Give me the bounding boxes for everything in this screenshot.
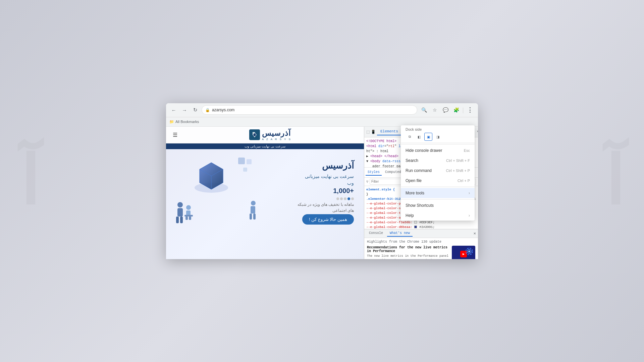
devtools-device-btn[interactable]: 📱 xyxy=(371,128,376,136)
bottom-tabs: Console What's new ✕ xyxy=(364,229,478,238)
more-tools-label: More tools xyxy=(406,191,424,195)
svg-rect-14 xyxy=(238,158,245,164)
dock-separate-btn[interactable]: ⧉ xyxy=(406,133,414,141)
svg-rect-6 xyxy=(251,206,255,214)
tagline-text: سرعت بی نهایت میزبانی وب xyxy=(245,144,285,148)
svg-rect-2 xyxy=(177,208,183,217)
style-tab-computed[interactable]: Computed xyxy=(383,169,403,176)
floating-cubes xyxy=(236,156,257,177)
three-dots-button[interactable]: ⋮ xyxy=(465,105,475,115)
svg-rect-11 xyxy=(184,215,193,217)
open-file-label: Open file xyxy=(406,178,422,183)
desktop: آ آ ← → ↻ 🔒 azarsys.com 🔍 ☆ 💬 🧩 | ⋮ xyxy=(0,0,644,362)
url-text: azarsys.com xyxy=(212,108,234,112)
logo-icon xyxy=(249,129,260,140)
search-label: Search xyxy=(406,158,418,163)
search-shortcut: Ctrl + Shift + F xyxy=(446,159,470,163)
help-arrow: › xyxy=(469,213,470,218)
color-swatch-5 xyxy=(414,221,417,224)
menu-help[interactable]: Help › xyxy=(401,210,475,221)
devtools-tab-elements[interactable]: Elements xyxy=(377,128,401,135)
dock-right-btn[interactable]: ◨ xyxy=(434,133,442,141)
highlights-title: Highlights from the Chrome 130 update xyxy=(367,240,475,244)
watermark-left: آ xyxy=(20,142,39,220)
svg-point-5 xyxy=(251,201,256,205)
open-file-shortcut: Ctrl + P xyxy=(458,179,470,183)
dot-indicator xyxy=(336,197,339,200)
svg-rect-3 xyxy=(176,217,179,223)
svg-rect-13 xyxy=(189,217,191,220)
news-thumbnail: ▶ xyxy=(452,246,475,259)
hero-count: +1,000 xyxy=(260,187,354,195)
devtools-bottom-panel: Console What's new ✕ Highlights from the… xyxy=(364,229,478,259)
zoom-icon-btn[interactable]: 🔍 xyxy=(419,105,429,115)
filter-icon: ▽ xyxy=(366,180,368,184)
hero-text: آذرسیس سرعت بی نهایت میزبانی وب +1,000 م… xyxy=(260,161,357,225)
svg-rect-8 xyxy=(253,214,256,220)
run-command-label: Run command xyxy=(406,168,432,173)
dock-side-section: Dock side ⧉ ◧ ▣ ◨ xyxy=(401,125,475,143)
svg-rect-7 xyxy=(250,214,252,220)
menu-run-command[interactable]: Run command Ctrl + Shift + P xyxy=(401,166,475,176)
extensions-icon-btn[interactable]: 🧩 xyxy=(451,105,461,115)
security-icon: 🔒 xyxy=(205,108,210,112)
news-heading: Recommendations for the new live metrics… xyxy=(367,246,449,253)
menu-hide-console[interactable]: Hide console drawer Esc xyxy=(401,145,475,156)
dock-bottom-btn[interactable]: ▣ xyxy=(424,133,432,141)
hero-title: آذرسیس xyxy=(260,161,354,171)
logo-sub: A Z A R S Y S xyxy=(262,138,291,141)
address-bar[interactable]: 🔒 azarsys.com xyxy=(202,105,417,115)
dot-indicator xyxy=(351,197,354,200)
svg-rect-16 xyxy=(243,168,247,172)
forward-button[interactable]: → xyxy=(180,106,189,114)
devtools-inspect-btn[interactable]: ⬚ xyxy=(366,128,370,136)
menu-more-tools[interactable]: More tools › xyxy=(401,188,475,198)
site-nav: ☰ آذرسیس xyxy=(166,127,364,143)
bookmarks-folder-icon: 📁 xyxy=(169,120,174,124)
menu-search[interactable]: Search Ctrl + Shift + F xyxy=(401,156,475,166)
hamburger-icon[interactable]: ☰ xyxy=(173,132,177,138)
dock-left-btn[interactable]: ◧ xyxy=(415,133,423,141)
star-icon-btn[interactable]: ☆ xyxy=(430,105,439,115)
figure-sitting xyxy=(183,205,195,221)
color-swatch-6 xyxy=(414,226,417,228)
css-prop-6: --e-global-color-d8beaa: #2A3991; xyxy=(366,225,476,229)
dot-indicator xyxy=(344,197,346,200)
hero-tagline1: ماهانه با تخفیف های ویژه در شبکه xyxy=(260,202,354,207)
website-area: ☰ آذرسیس xyxy=(166,127,364,259)
figure-right-group xyxy=(247,200,260,223)
dot-indicator xyxy=(340,197,343,200)
menu-open-file[interactable]: Open file Ctrl + P xyxy=(401,176,475,186)
menu-show-shortcuts[interactable]: Show Shortcuts xyxy=(401,200,475,210)
css-prop-5: --e-global-color-f3a56b: #EEF3EF; xyxy=(366,220,476,225)
bottom-close-btn[interactable]: ✕ xyxy=(474,231,476,236)
help-label: Help xyxy=(406,213,414,218)
hero-cta-button[interactable]: همین حالا شروع کن ! xyxy=(302,214,354,225)
site-logo: آذرسیس A Z A R S Y S xyxy=(247,129,291,141)
hero-tagline2: های اجتماعی xyxy=(260,208,354,213)
site-hero: آذرسیس سرعت بی نهایت میزبانی وب +1,000 م… xyxy=(166,149,364,236)
hero-subtitle1: سرعت بی نهایت میزبانی xyxy=(260,174,354,179)
svg-point-1 xyxy=(177,202,183,207)
tagline-bar: سرعت بی نهایت میزبانی وب xyxy=(166,143,364,149)
browser-window: ← → ↻ 🔒 azarsys.com 🔍 ☆ 💬 🧩 | ⋮ xyxy=(166,103,478,259)
svg-rect-15 xyxy=(247,159,252,164)
news-body: The new live metrics in the Performance … xyxy=(367,254,449,259)
logo-text: آذرسیس xyxy=(262,129,291,138)
reload-button[interactable]: ↻ xyxy=(191,106,200,114)
browser-toolbar: ← → ↻ 🔒 azarsys.com 🔍 ☆ 💬 🧩 | ⋮ xyxy=(166,103,478,117)
svg-point-9 xyxy=(186,205,191,210)
dot-indicator-active xyxy=(347,197,350,200)
bottom-content: Highlights from the Chrome 130 update Re… xyxy=(364,238,478,259)
menu-separator-2 xyxy=(401,187,475,187)
three-dots-area: ⋮ Dock side ⧉ ◧ ▣ ◨ xyxy=(465,105,475,115)
context-menu: Dock side ⧉ ◧ ▣ ◨ Hide console drawer E xyxy=(401,125,475,221)
style-tab-styles[interactable]: Styles xyxy=(366,169,382,176)
whatsapp-icon-btn[interactable]: 💬 xyxy=(441,105,450,115)
menu-separator-1 xyxy=(401,144,475,144)
bottom-tab-console[interactable]: Console xyxy=(366,230,386,237)
bottom-tab-whatsnew[interactable]: What's new xyxy=(387,230,413,237)
bookmarks-label: All Bookmarks xyxy=(175,120,199,124)
back-button[interactable]: ← xyxy=(169,106,178,114)
hero-3d-shape xyxy=(193,159,230,196)
